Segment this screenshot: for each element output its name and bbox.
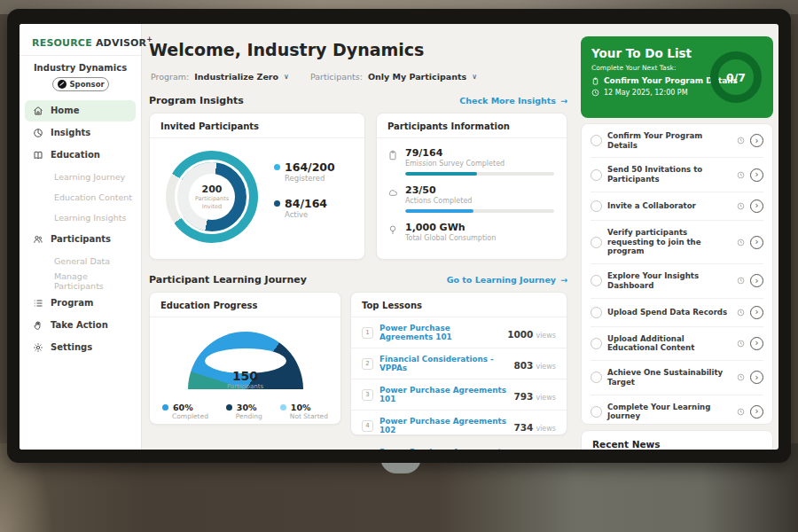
go-to-learning-journey-link[interactable]: Go to Learning Journey → [447,275,567,285]
insights-icon [33,128,43,138]
logo-secondary: ADVISOR+ [96,37,153,49]
section-title: Participant Learning Journey [149,274,307,286]
task-row[interactable]: Send 50 Invitations to Participants › [591,157,763,191]
cloud-icon [387,187,398,198]
clock-icon [737,309,745,317]
task-go-button[interactable]: › [750,200,763,213]
task-row[interactable]: Complete Your Learning Journey › [591,395,763,428]
clock-icon [737,239,745,246]
task-checkbox[interactable] [591,406,602,418]
chevron-right-icon: › [755,339,759,348]
sidebar-item-home[interactable]: Home [25,100,136,121]
lesson-link[interactable]: Financial Considerations - VPPAs [379,355,507,372]
task-checkbox[interactable] [591,135,602,146]
sidebar-item-label: Insights [51,128,90,137]
lesson-row: 1 Power Purchase Agreements 101 1000view… [351,317,567,348]
task-row[interactable]: Explore Your Insights Dashboard › [591,263,763,297]
chevron-right-icon: › [755,407,759,416]
sidebar-item-label: Take Action [51,320,108,330]
task-go-button[interactable]: › [750,306,763,319]
sidebar-item-education[interactable]: Education [25,145,136,166]
task-go-button[interactable]: › [750,371,763,384]
task-row[interactable]: Confirm Your Program Details › [591,124,763,157]
sidebar-item-education-content[interactable]: Education Content [25,187,136,207]
clock-icon [737,277,745,285]
dashboard-screen: RESOURCE ADVISOR+ Industry Dynamics Spon… [20,24,778,450]
chevron-right-icon: › [755,201,759,210]
sponsor-badge[interactable]: Sponsor [52,77,109,91]
lesson-row: 5 Power Purchase Agreements 103 600views [351,442,567,450]
card-title: Top Lessons [351,293,567,317]
gauge-center-label: Participants [188,383,303,390]
task-go-button[interactable]: › [750,405,763,419]
clock-icon [737,202,745,210]
task-go-button[interactable]: › [750,337,763,350]
task-go-button[interactable]: › [750,236,763,249]
legend-not-started: 10% Not Started [280,403,328,420]
clipboard-icon [591,77,599,85]
hand-action-icon [33,320,43,331]
program-filter-value[interactable]: Industrialize Zero [194,72,278,82]
lesson-row: 3 Power Purchase Agreements 101 793views [351,379,567,411]
sidebar-item-settings[interactable]: Settings [25,337,136,358]
program-filter-label: Program: [151,72,189,82]
lesson-row: 4 Power Purchase Agreements 102 734views [351,411,567,442]
task-row[interactable]: Verify participants requesting to join t… [591,220,763,263]
sidebar-item-take-action[interactable]: Take Action [25,315,136,336]
lesson-link[interactable]: Power Purchase Agreements 102 [379,417,507,434]
lesson-rank: 2 [362,358,373,370]
donut-center-label: Participants Invited [192,195,231,210]
education-progress-card: Education Progress 150 Participants 60% … [149,292,341,425]
participants-icon [33,234,43,245]
clock-icon [737,373,745,381]
lesson-link[interactable]: Power Purchase Agreements 103 [379,448,507,450]
sidebar-item-manage-participants[interactable]: Manage Participants [25,271,136,292]
lesson-link[interactable]: Power Purchase Agreements 101 [379,386,507,403]
sidebar-item-insights[interactable]: Insights [25,122,136,144]
card-title: Participants Information [377,113,567,138]
legend-dot [162,404,168,411]
top-lessons-card: Top Lessons 1 Power Purchase Agreements … [350,292,567,435]
org-name: Industry Dynamics [20,63,141,73]
task-checkbox[interactable] [591,200,602,212]
sidebar-item-label: Program [51,298,93,308]
legend-dot [280,404,286,411]
task-checkbox[interactable] [591,237,602,248]
participants-filter-value[interactable]: Only My Participants [368,72,466,82]
sidebar: RESOURCE ADVISOR+ Industry Dynamics Spon… [20,24,142,450]
recent-news-title: Recent News [592,439,762,450]
task-go-button[interactable]: › [750,168,763,182]
task-checkbox[interactable] [591,338,602,349]
task-go-button[interactable]: › [750,134,763,147]
task-checkbox[interactable] [591,275,602,286]
task-checkbox[interactable] [591,372,602,383]
clock-icon [737,137,745,145]
participants-information-card: Participants Information 79/164 Emission… [376,113,567,260]
chevron-right-icon: › [755,238,759,246]
chevron-right-icon: › [755,137,759,145]
task-row[interactable]: Achieve One Sustainability Target › [591,360,763,394]
task-go-button[interactable]: › [750,274,763,287]
sidebar-item-learning-journey[interactable]: Learning Journey [25,167,136,187]
sidebar-item-general-data[interactable]: General Data [25,251,136,271]
check-more-insights-link[interactable]: Check More Insights → [459,96,567,106]
clock-icon [737,340,745,348]
task-checkbox[interactable] [591,307,602,318]
sidebar-item-program[interactable]: Program [25,293,136,314]
todo-progress-ring: 0/7 [710,51,762,103]
chevron-down-icon[interactable]: ∨ [472,73,477,81]
task-row[interactable]: Invite a Collaborator › [591,192,763,220]
chevron-right-icon: › [755,308,759,317]
divider [20,55,141,56]
task-row[interactable]: Upload Spend Data Records › [591,298,763,326]
sidebar-item-label: Home [51,106,79,115]
card-title: Invited Participants [150,113,364,138]
task-checkbox[interactable] [591,169,602,181]
chevron-down-icon[interactable]: ∨ [284,73,289,81]
participants-filter-label: Participants: [310,72,363,82]
lesson-link[interactable]: Power Purchase Agreements 101 [379,324,501,341]
task-row[interactable]: Upload Additional Educational Content › [591,326,763,360]
legend-active: 84/164 Active [274,197,335,219]
sidebar-item-participants[interactable]: Participants [25,229,136,250]
sidebar-item-learning-insights[interactable]: Learning Insights [25,207,136,228]
